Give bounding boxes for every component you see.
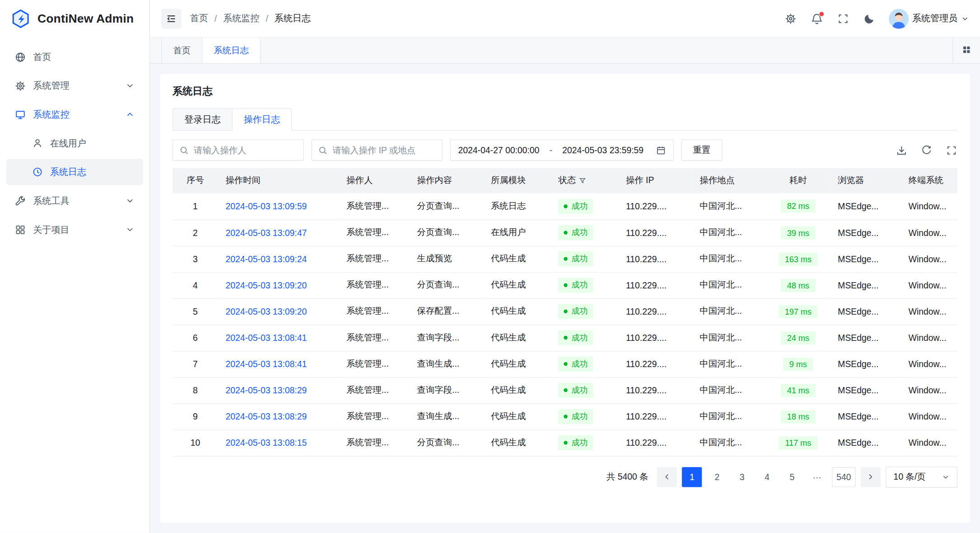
next-page-button[interactable] xyxy=(860,467,880,487)
cell-index: 9 xyxy=(173,403,218,429)
sidebar-item-system-tools[interactable]: 系统工具 xyxy=(6,188,143,214)
cell-location: 中国河北... xyxy=(692,429,766,456)
operation-time-link[interactable]: 2024-05-03 13:09:20 xyxy=(225,307,307,316)
log-table-body: 1 2024-05-03 13:09:59 系统管理... 分页查询... 系统… xyxy=(173,193,957,456)
prev-page-button[interactable] xyxy=(657,467,677,487)
cell-status: 成功 xyxy=(551,298,618,325)
cell-index: 6 xyxy=(173,325,218,351)
cell-content: 查询生成... xyxy=(409,403,483,429)
cell-operation-time: 2024-05-03 13:09:47 xyxy=(218,220,339,246)
reset-button[interactable]: 重置 xyxy=(681,139,722,160)
page-button-3[interactable]: 3 xyxy=(732,467,752,487)
date-start: 2024-04-27 00:00:00 xyxy=(458,145,539,155)
cell-status: 成功 xyxy=(551,351,618,377)
settings-button[interactable] xyxy=(783,12,797,25)
operation-time-link[interactable]: 2024-05-03 13:09:47 xyxy=(225,228,307,238)
filter-icon[interactable] xyxy=(579,177,586,184)
page-size-select[interactable]: 10 条/页 xyxy=(886,466,958,487)
table-fullscreen-button[interactable] xyxy=(945,144,958,156)
page-button-4[interactable]: 4 xyxy=(757,467,777,487)
operation-time-link[interactable]: 2024-05-03 13:08:29 xyxy=(225,411,307,421)
sidebar-item-about-project[interactable]: 关于项目 xyxy=(6,217,143,243)
page-button-1[interactable]: 1 xyxy=(682,467,702,487)
page-button-2[interactable]: 2 xyxy=(707,467,727,487)
table-row: 1 2024-05-03 13:09:59 系统管理... 分页查询... 系统… xyxy=(173,193,957,219)
cell-module: 代码生成 xyxy=(483,298,551,325)
sidebar-item-system-log[interactable]: 系统日志 xyxy=(6,159,143,185)
status-dot-icon xyxy=(564,362,567,366)
page-button-5[interactable]: 5 xyxy=(782,467,802,487)
tab-list-button[interactable] xyxy=(962,45,971,56)
operator-search-input[interactable] xyxy=(194,145,297,155)
cell-ip: 110.229.... xyxy=(619,220,692,246)
duration-badge: 24 ms xyxy=(781,331,816,344)
fullscreen-button[interactable] xyxy=(836,12,849,25)
date-range-picker[interactable]: 2024-04-27 00:00:00 - 2024-05-03 23:59:5… xyxy=(450,139,674,160)
sidebar-collapse-button[interactable] xyxy=(161,9,181,28)
system-log-card: 系统日志 登录日志 操作日志 xyxy=(160,74,970,523)
monitor-icon xyxy=(15,109,26,120)
sidebar-item-home[interactable]: 首页 xyxy=(6,44,143,70)
cell-operation-time: 2024-05-03 13:09:20 xyxy=(218,272,339,298)
breadcrumb-system-monitor[interactable]: 系统监控 xyxy=(223,13,259,24)
last-page-button[interactable]: 540 xyxy=(832,467,856,487)
tab-operation-log[interactable]: 操作日志 xyxy=(232,108,292,130)
settings-icon xyxy=(15,80,26,91)
breadcrumb-home[interactable]: 首页 xyxy=(190,13,208,24)
operation-time-link[interactable]: 2024-05-03 13:08:29 xyxy=(225,385,307,395)
cell-operator: 系统管理... xyxy=(339,325,409,351)
search-icon xyxy=(179,146,189,155)
avatar xyxy=(888,9,908,28)
cell-index: 10 xyxy=(173,429,218,456)
status-dot-icon xyxy=(564,231,567,234)
status-dot-icon xyxy=(564,336,567,340)
logo[interactable]: ContiNew Admin xyxy=(0,0,150,38)
sidebar-item-system-management[interactable]: 系统管理 xyxy=(6,72,143,99)
col-duration: 耗时 xyxy=(766,168,830,193)
search-icon xyxy=(318,146,328,155)
cell-os: Window... xyxy=(901,272,957,298)
operator-search[interactable] xyxy=(173,139,304,160)
cell-os: Window... xyxy=(901,325,957,351)
cell-status: 成功 xyxy=(551,272,618,298)
duration-badge: 82 ms xyxy=(781,200,816,213)
download-button[interactable] xyxy=(895,144,908,156)
status-badge: 成功 xyxy=(558,251,593,266)
operation-time-link[interactable]: 2024-05-03 13:09:24 xyxy=(225,254,307,264)
cell-duration: 9 ms xyxy=(766,351,830,377)
ip-search[interactable] xyxy=(311,139,442,160)
refresh-button[interactable] xyxy=(920,144,933,156)
operation-time-link[interactable]: 2024-05-03 13:08:15 xyxy=(225,438,307,448)
chevron-down-icon xyxy=(126,225,134,234)
cell-status: 成功 xyxy=(551,193,618,219)
sidebar-item-online-users[interactable]: 在线用户 xyxy=(6,130,143,156)
cell-location: 中国河北... xyxy=(692,272,766,298)
duration-badge: 117 ms xyxy=(779,436,817,449)
notifications-button[interactable] xyxy=(810,12,823,25)
cell-content: 分页查询... xyxy=(409,193,483,219)
user-menu[interactable]: 系统管理员 xyxy=(888,9,969,28)
tab-home[interactable]: 首页 xyxy=(161,38,202,63)
operation-time-link[interactable]: 2024-05-03 13:08:41 xyxy=(225,359,307,369)
cell-index: 7 xyxy=(173,351,218,377)
tab-login-log[interactable]: 登录日志 xyxy=(173,108,233,130)
col-operator: 操作人 xyxy=(339,168,409,193)
cell-operator: 系统管理... xyxy=(339,272,409,298)
cell-module: 代码生成 xyxy=(483,429,551,456)
dark-mode-button[interactable] xyxy=(862,12,876,25)
cell-location: 中国河北... xyxy=(692,193,766,219)
operation-time-link[interactable]: 2024-05-03 13:09:59 xyxy=(225,201,307,211)
pagination-ellipsis[interactable]: ··· xyxy=(807,467,827,487)
operation-time-link[interactable]: 2024-05-03 13:09:20 xyxy=(225,280,307,290)
col-location: 操作地点 xyxy=(692,168,766,193)
home-icon xyxy=(15,52,26,62)
breadcrumb: 首页 / 系统监控 / 系统日志 xyxy=(190,13,311,24)
tab-system-log[interactable]: 系统日志 xyxy=(202,38,261,63)
grid-icon xyxy=(962,45,971,54)
ip-search-input[interactable] xyxy=(333,145,436,155)
sidebar-item-system-monitor[interactable]: 系统监控 xyxy=(6,101,143,127)
duration-badge: 18 ms xyxy=(781,410,816,423)
cell-index: 8 xyxy=(173,377,218,403)
cell-operation-time: 2024-05-03 13:08:15 xyxy=(218,429,339,456)
operation-time-link[interactable]: 2024-05-03 13:08:41 xyxy=(225,333,307,343)
